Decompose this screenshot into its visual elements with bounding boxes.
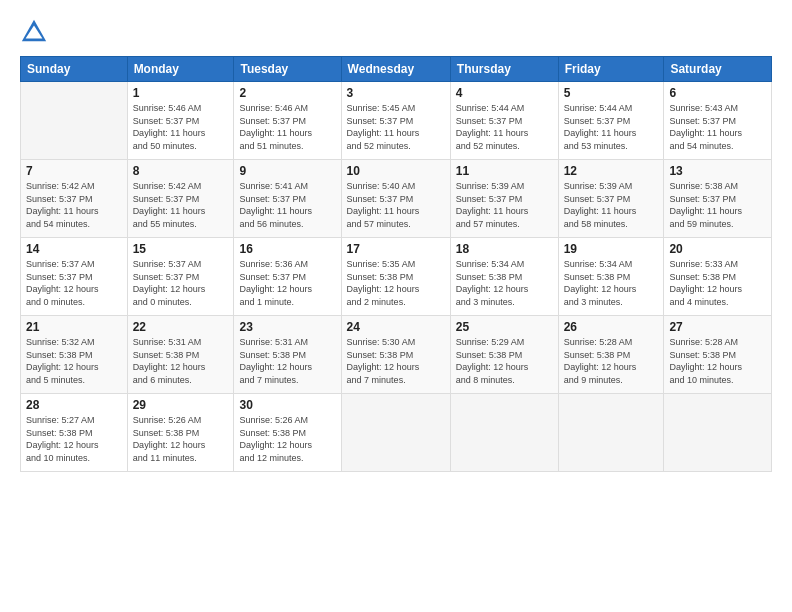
day-info: Sunrise: 5:37 AM Sunset: 5:37 PM Dayligh…: [133, 258, 229, 308]
day-info: Sunrise: 5:43 AM Sunset: 5:37 PM Dayligh…: [669, 102, 766, 152]
day-info: Sunrise: 5:39 AM Sunset: 5:37 PM Dayligh…: [564, 180, 659, 230]
weekday-header-wednesday: Wednesday: [341, 57, 450, 82]
day-info: Sunrise: 5:31 AM Sunset: 5:38 PM Dayligh…: [239, 336, 335, 386]
logo: [20, 18, 52, 46]
day-info: Sunrise: 5:46 AM Sunset: 5:37 PM Dayligh…: [239, 102, 335, 152]
calendar-cell: 6Sunrise: 5:43 AM Sunset: 5:37 PM Daylig…: [664, 82, 772, 160]
calendar-cell: [450, 394, 558, 472]
calendar-cell: [558, 394, 664, 472]
day-info: Sunrise: 5:30 AM Sunset: 5:38 PM Dayligh…: [347, 336, 445, 386]
day-info: Sunrise: 5:26 AM Sunset: 5:38 PM Dayligh…: [239, 414, 335, 464]
calendar-cell: 12Sunrise: 5:39 AM Sunset: 5:37 PM Dayli…: [558, 160, 664, 238]
calendar-body: 1Sunrise: 5:46 AM Sunset: 5:37 PM Daylig…: [21, 82, 772, 472]
calendar-header: SundayMondayTuesdayWednesdayThursdayFrid…: [21, 57, 772, 82]
day-number: 3: [347, 86, 445, 100]
day-number: 2: [239, 86, 335, 100]
day-number: 17: [347, 242, 445, 256]
day-number: 13: [669, 164, 766, 178]
weekday-header-row: SundayMondayTuesdayWednesdayThursdayFrid…: [21, 57, 772, 82]
calendar-cell: 3Sunrise: 5:45 AM Sunset: 5:37 PM Daylig…: [341, 82, 450, 160]
day-info: Sunrise: 5:44 AM Sunset: 5:37 PM Dayligh…: [456, 102, 553, 152]
day-number: 12: [564, 164, 659, 178]
day-info: Sunrise: 5:27 AM Sunset: 5:38 PM Dayligh…: [26, 414, 122, 464]
day-info: Sunrise: 5:37 AM Sunset: 5:37 PM Dayligh…: [26, 258, 122, 308]
calendar-cell: 4Sunrise: 5:44 AM Sunset: 5:37 PM Daylig…: [450, 82, 558, 160]
calendar-cell: [341, 394, 450, 472]
calendar-week-5: 28Sunrise: 5:27 AM Sunset: 5:38 PM Dayli…: [21, 394, 772, 472]
day-number: 19: [564, 242, 659, 256]
day-info: Sunrise: 5:34 AM Sunset: 5:38 PM Dayligh…: [456, 258, 553, 308]
calendar-table: SundayMondayTuesdayWednesdayThursdayFrid…: [20, 56, 772, 472]
calendar-cell: 18Sunrise: 5:34 AM Sunset: 5:38 PM Dayli…: [450, 238, 558, 316]
day-number: 20: [669, 242, 766, 256]
calendar-week-1: 1Sunrise: 5:46 AM Sunset: 5:37 PM Daylig…: [21, 82, 772, 160]
day-number: 4: [456, 86, 553, 100]
day-number: 30: [239, 398, 335, 412]
day-number: 18: [456, 242, 553, 256]
day-number: 28: [26, 398, 122, 412]
day-info: Sunrise: 5:44 AM Sunset: 5:37 PM Dayligh…: [564, 102, 659, 152]
day-number: 25: [456, 320, 553, 334]
day-number: 10: [347, 164, 445, 178]
day-info: Sunrise: 5:36 AM Sunset: 5:37 PM Dayligh…: [239, 258, 335, 308]
day-number: 7: [26, 164, 122, 178]
day-info: Sunrise: 5:26 AM Sunset: 5:38 PM Dayligh…: [133, 414, 229, 464]
day-number: 14: [26, 242, 122, 256]
calendar-cell: 27Sunrise: 5:28 AM Sunset: 5:38 PM Dayli…: [664, 316, 772, 394]
calendar-week-4: 21Sunrise: 5:32 AM Sunset: 5:38 PM Dayli…: [21, 316, 772, 394]
day-info: Sunrise: 5:29 AM Sunset: 5:38 PM Dayligh…: [456, 336, 553, 386]
day-info: Sunrise: 5:35 AM Sunset: 5:38 PM Dayligh…: [347, 258, 445, 308]
calendar-week-3: 14Sunrise: 5:37 AM Sunset: 5:37 PM Dayli…: [21, 238, 772, 316]
calendar-cell: 28Sunrise: 5:27 AM Sunset: 5:38 PM Dayli…: [21, 394, 128, 472]
day-number: 11: [456, 164, 553, 178]
calendar-cell: 7Sunrise: 5:42 AM Sunset: 5:37 PM Daylig…: [21, 160, 128, 238]
calendar-cell: 5Sunrise: 5:44 AM Sunset: 5:37 PM Daylig…: [558, 82, 664, 160]
calendar-cell: 14Sunrise: 5:37 AM Sunset: 5:37 PM Dayli…: [21, 238, 128, 316]
day-info: Sunrise: 5:28 AM Sunset: 5:38 PM Dayligh…: [564, 336, 659, 386]
calendar-week-2: 7Sunrise: 5:42 AM Sunset: 5:37 PM Daylig…: [21, 160, 772, 238]
day-number: 24: [347, 320, 445, 334]
day-info: Sunrise: 5:42 AM Sunset: 5:37 PM Dayligh…: [26, 180, 122, 230]
header: [20, 18, 772, 46]
calendar-cell: 21Sunrise: 5:32 AM Sunset: 5:38 PM Dayli…: [21, 316, 128, 394]
day-number: 16: [239, 242, 335, 256]
calendar-cell: 26Sunrise: 5:28 AM Sunset: 5:38 PM Dayli…: [558, 316, 664, 394]
calendar-cell: 1Sunrise: 5:46 AM Sunset: 5:37 PM Daylig…: [127, 82, 234, 160]
calendar-cell: 8Sunrise: 5:42 AM Sunset: 5:37 PM Daylig…: [127, 160, 234, 238]
weekday-header-sunday: Sunday: [21, 57, 128, 82]
day-number: 8: [133, 164, 229, 178]
day-info: Sunrise: 5:31 AM Sunset: 5:38 PM Dayligh…: [133, 336, 229, 386]
day-number: 9: [239, 164, 335, 178]
weekday-header-monday: Monday: [127, 57, 234, 82]
logo-icon: [20, 18, 48, 46]
day-info: Sunrise: 5:33 AM Sunset: 5:38 PM Dayligh…: [669, 258, 766, 308]
weekday-header-saturday: Saturday: [664, 57, 772, 82]
calendar-cell: 16Sunrise: 5:36 AM Sunset: 5:37 PM Dayli…: [234, 238, 341, 316]
calendar-cell: 25Sunrise: 5:29 AM Sunset: 5:38 PM Dayli…: [450, 316, 558, 394]
day-number: 23: [239, 320, 335, 334]
calendar-cell: 15Sunrise: 5:37 AM Sunset: 5:37 PM Dayli…: [127, 238, 234, 316]
weekday-header-thursday: Thursday: [450, 57, 558, 82]
calendar-cell: 19Sunrise: 5:34 AM Sunset: 5:38 PM Dayli…: [558, 238, 664, 316]
day-info: Sunrise: 5:45 AM Sunset: 5:37 PM Dayligh…: [347, 102, 445, 152]
day-number: 6: [669, 86, 766, 100]
weekday-header-tuesday: Tuesday: [234, 57, 341, 82]
day-info: Sunrise: 5:28 AM Sunset: 5:38 PM Dayligh…: [669, 336, 766, 386]
day-number: 21: [26, 320, 122, 334]
day-info: Sunrise: 5:42 AM Sunset: 5:37 PM Dayligh…: [133, 180, 229, 230]
calendar-cell: 13Sunrise: 5:38 AM Sunset: 5:37 PM Dayli…: [664, 160, 772, 238]
day-info: Sunrise: 5:38 AM Sunset: 5:37 PM Dayligh…: [669, 180, 766, 230]
day-info: Sunrise: 5:32 AM Sunset: 5:38 PM Dayligh…: [26, 336, 122, 386]
weekday-header-friday: Friday: [558, 57, 664, 82]
day-number: 29: [133, 398, 229, 412]
calendar-cell: 9Sunrise: 5:41 AM Sunset: 5:37 PM Daylig…: [234, 160, 341, 238]
calendar-cell: 17Sunrise: 5:35 AM Sunset: 5:38 PM Dayli…: [341, 238, 450, 316]
day-number: 5: [564, 86, 659, 100]
day-info: Sunrise: 5:40 AM Sunset: 5:37 PM Dayligh…: [347, 180, 445, 230]
day-number: 26: [564, 320, 659, 334]
day-info: Sunrise: 5:46 AM Sunset: 5:37 PM Dayligh…: [133, 102, 229, 152]
calendar-cell: 23Sunrise: 5:31 AM Sunset: 5:38 PM Dayli…: [234, 316, 341, 394]
calendar-cell: 24Sunrise: 5:30 AM Sunset: 5:38 PM Dayli…: [341, 316, 450, 394]
day-info: Sunrise: 5:41 AM Sunset: 5:37 PM Dayligh…: [239, 180, 335, 230]
calendar-cell: 20Sunrise: 5:33 AM Sunset: 5:38 PM Dayli…: [664, 238, 772, 316]
